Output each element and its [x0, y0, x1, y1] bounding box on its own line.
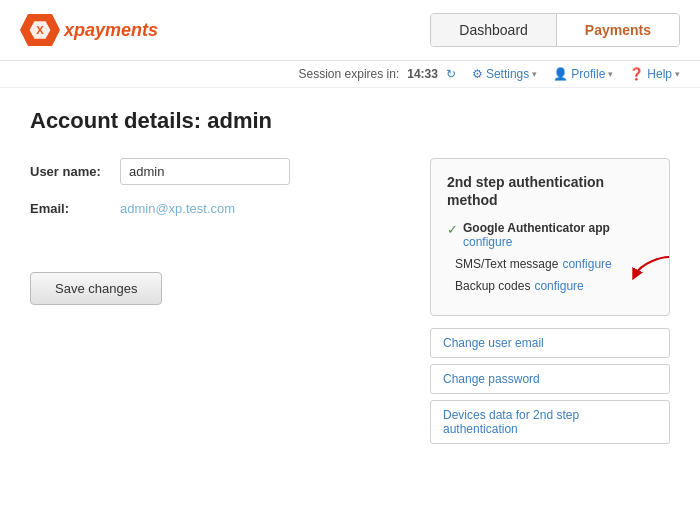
- session-time: 14:33: [407, 67, 438, 81]
- sms-row-container: SMS/Text message configure: [447, 257, 653, 271]
- action-buttons: Change user email Change password Device…: [430, 328, 670, 444]
- change-password-button[interactable]: Change password: [430, 364, 670, 394]
- auth-box: 2nd step authentication method ✓ Google …: [430, 158, 670, 316]
- username-row: User name:: [30, 158, 400, 185]
- google-auth-configure-link[interactable]: configure: [463, 235, 512, 249]
- email-label: Email:: [30, 201, 120, 216]
- right-panel: 2nd step authentication method ✓ Google …: [430, 158, 670, 444]
- auth-box-title: 2nd step authentication method: [447, 173, 653, 209]
- backup-configure-link[interactable]: configure: [534, 279, 583, 293]
- page-title: Account details: admin: [30, 108, 670, 134]
- refresh-icon[interactable]: ↻: [446, 67, 456, 81]
- profile-chevron-icon: ▾: [608, 69, 613, 79]
- red-arrow-annotation: [631, 253, 671, 281]
- help-label: Help: [647, 67, 672, 81]
- help-icon: ❓: [629, 67, 644, 81]
- devices-data-button[interactable]: Devices data for 2nd step authentication: [430, 400, 670, 444]
- change-user-email-button[interactable]: Change user email: [430, 328, 670, 358]
- header: X xpayments Dashboard Payments: [0, 0, 700, 61]
- main-content: Account details: admin User name: Email:…: [0, 88, 700, 464]
- email-value: admin@xp.test.com: [120, 201, 235, 216]
- auth-method-backup: Backup codes configure: [447, 279, 653, 293]
- profile-label: Profile: [571, 67, 605, 81]
- username-input[interactable]: [120, 158, 290, 185]
- session-bar: Session expires in: 14:33 ↻ ⚙ Settings ▾…: [0, 61, 700, 88]
- logo-area: X xpayments: [20, 10, 158, 50]
- auth-method-google-content: Google Authenticator app configure: [463, 221, 653, 249]
- help-link[interactable]: ❓ Help ▾: [629, 67, 680, 81]
- settings-chevron-icon: ▾: [532, 69, 537, 79]
- svg-text:X: X: [36, 24, 44, 36]
- username-label: User name:: [30, 164, 120, 179]
- save-changes-button[interactable]: Save changes: [30, 272, 162, 305]
- auth-method-google: ✓ Google Authenticator app configure: [447, 221, 653, 249]
- profile-link[interactable]: 👤 Profile ▾: [553, 67, 613, 81]
- save-button-container: Save changes: [30, 232, 400, 305]
- tab-payments[interactable]: Payments: [557, 14, 679, 46]
- settings-link[interactable]: ⚙ Settings ▾: [472, 67, 537, 81]
- left-panel: User name: Email: admin@xp.test.com Save…: [30, 158, 400, 305]
- checkmark-icon: ✓: [447, 222, 458, 237]
- nav-tabs: Dashboard Payments: [430, 13, 680, 47]
- tab-dashboard[interactable]: Dashboard: [431, 14, 557, 46]
- email-row: Email: admin@xp.test.com: [30, 201, 400, 216]
- sms-method-name: SMS/Text message: [455, 257, 558, 271]
- wrench-icon: ⚙: [472, 67, 483, 81]
- session-label: Session expires in:: [299, 67, 400, 81]
- content-layout: User name: Email: admin@xp.test.com Save…: [30, 158, 670, 444]
- sms-configure-link[interactable]: configure: [562, 257, 611, 271]
- help-chevron-icon: ▾: [675, 69, 680, 79]
- backup-method-name: Backup codes: [455, 279, 530, 293]
- google-auth-name: Google Authenticator app: [463, 221, 653, 235]
- person-icon: 👤: [553, 67, 568, 81]
- settings-label: Settings: [486, 67, 529, 81]
- xpayments-logo-icon: X: [20, 10, 60, 50]
- session-info: Session expires in: 14:33 ↻: [299, 67, 456, 81]
- auth-method-sms: SMS/Text message configure: [447, 257, 653, 271]
- logo-text: xpayments: [64, 20, 158, 41]
